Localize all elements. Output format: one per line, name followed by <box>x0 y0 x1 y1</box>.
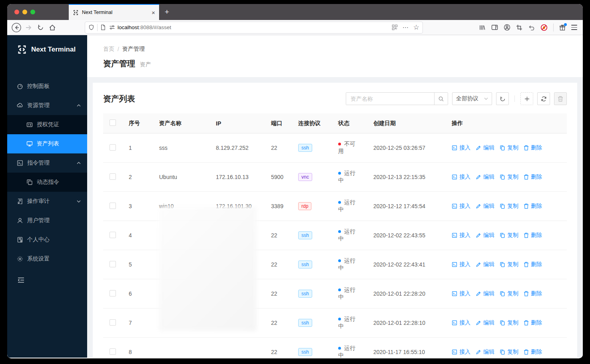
url-bar[interactable]: localhost:8088/#/asset ⋯ ☆ <box>85 22 423 34</box>
copy-link[interactable]: 复制 <box>500 203 518 210</box>
account-icon[interactable] <box>504 24 510 31</box>
delete-link[interactable]: 删除 <box>524 290 542 297</box>
connect-link[interactable]: 接入 <box>452 290 470 297</box>
reload-button[interactable] <box>34 22 46 34</box>
refresh-button[interactable] <box>537 92 550 105</box>
delete-link[interactable]: 删除 <box>524 319 542 326</box>
edit-link[interactable]: 编辑 <box>476 232 494 239</box>
row-checkbox[interactable] <box>110 348 116 355</box>
sidebar-item-dynamic-commands[interactable]: 动态指令 <box>7 173 87 192</box>
edit-link[interactable]: 编辑 <box>476 319 494 326</box>
batch-delete-button[interactable] <box>554 92 567 105</box>
row-checkbox[interactable] <box>110 203 116 209</box>
forward-button[interactable] <box>22 22 34 34</box>
new-tab-button[interactable]: + <box>159 4 175 20</box>
bookmark-star-icon[interactable]: ☆ <box>413 24 419 31</box>
status-dot <box>338 259 341 262</box>
sidebar-item-asset-list[interactable]: 资产列表 <box>7 134 87 153</box>
row-checkbox[interactable] <box>110 232 116 238</box>
page-actions-icon[interactable]: ⋯ <box>403 24 409 30</box>
cell-ip <box>209 338 265 358</box>
connect-link[interactable]: 接入 <box>452 144 470 151</box>
back-button[interactable] <box>10 22 22 34</box>
undo-arrow-icon[interactable] <box>528 24 535 30</box>
card-title: 资产列表 <box>103 93 135 104</box>
qr-scan-icon[interactable] <box>392 24 398 30</box>
cell-port: 22 <box>265 133 292 163</box>
row-checkbox[interactable] <box>110 319 116 326</box>
url-text[interactable]: localhost:8088/#/asset <box>118 24 392 30</box>
edit-link[interactable]: 编辑 <box>476 144 494 151</box>
copy-link[interactable]: 复制 <box>500 319 518 326</box>
reset-button[interactable] <box>496 92 509 105</box>
copy-link[interactable]: 复制 <box>500 348 518 356</box>
sidebar-item-commands[interactable]: 指令管理 <box>7 153 87 173</box>
edit-link[interactable]: 编辑 <box>476 173 494 181</box>
edit-link[interactable]: 编辑 <box>476 203 494 210</box>
row-checkbox[interactable] <box>110 144 116 151</box>
close-window-button[interactable] <box>14 10 19 14</box>
connect-link[interactable]: 接入 <box>452 348 470 356</box>
search-input[interactable] <box>346 93 434 105</box>
connect-link[interactable]: 接入 <box>452 203 470 210</box>
delete-link[interactable]: 删除 <box>524 261 542 268</box>
delete-link[interactable]: 删除 <box>524 232 542 239</box>
edit-link[interactable]: 编辑 <box>476 261 494 268</box>
copy-link[interactable]: 复制 <box>500 290 518 297</box>
edit-link[interactable]: 编辑 <box>476 290 494 297</box>
sync-icon <box>541 96 547 102</box>
col-created: 创建日期 <box>367 113 445 133</box>
zoom-window-button[interactable] <box>30 10 35 14</box>
edit-link[interactable]: 编辑 <box>476 348 494 356</box>
sidebar-item-audit[interactable]: 操作审计 <box>7 192 87 211</box>
screenshot-crop-icon[interactable] <box>516 24 522 31</box>
cell-ip <box>209 250 265 279</box>
sidebar-toggle-icon[interactable] <box>491 24 498 30</box>
browser-tab[interactable]: Next Terminal × <box>69 4 159 20</box>
sidebar-item-credentials[interactable]: 授权凭证 <box>7 115 87 134</box>
copy-link[interactable]: 复制 <box>500 173 518 181</box>
sidebar-item-profile[interactable]: 个人中心 <box>7 230 87 249</box>
protocol-select[interactable]: 全部协议 <box>452 92 492 105</box>
delete-link[interactable]: 删除 <box>524 144 542 151</box>
menu-fold-icon[interactable] <box>18 277 87 283</box>
copy-link[interactable]: 复制 <box>500 261 518 268</box>
add-asset-button[interactable] <box>520 92 533 105</box>
permissions-icon[interactable] <box>109 25 115 30</box>
sidebar-item-resources[interactable]: 资源管理 <box>7 96 87 115</box>
profile-icon <box>17 237 23 243</box>
connect-link[interactable]: 接入 <box>452 319 470 326</box>
cell-ip: 172.16.101.30 <box>209 192 265 221</box>
delete-link[interactable]: 删除 <box>524 173 542 181</box>
edit-icon <box>476 320 481 326</box>
sidebar-item-dashboard[interactable]: 控制面板 <box>7 77 87 96</box>
shield-icon[interactable] <box>88 24 94 30</box>
connect-link[interactable]: 接入 <box>452 232 470 239</box>
copy-link[interactable]: 复制 <box>500 144 518 151</box>
minimize-window-button[interactable] <box>22 10 27 14</box>
blocker-extension-icon[interactable] <box>540 24 548 31</box>
edit-icon <box>476 233 481 238</box>
select-all-checkbox[interactable] <box>110 119 116 126</box>
sidebar-item-label: 授权凭证 <box>37 121 81 128</box>
row-checkbox[interactable] <box>110 173 116 180</box>
whats-new-gift-icon[interactable] <box>559 24 566 31</box>
menu-hamburger-icon[interactable] <box>571 25 577 30</box>
row-checkbox[interactable] <box>110 290 116 296</box>
search-button[interactable] <box>434 93 448 105</box>
sidebar-item-users[interactable]: 用户管理 <box>7 211 87 230</box>
library-icon[interactable] <box>479 24 486 31</box>
breadcrumb-home[interactable]: 首页 <box>103 46 114 53</box>
delete-link[interactable]: 删除 <box>524 203 542 210</box>
delete-link[interactable]: 删除 <box>524 348 542 356</box>
trash-icon <box>524 233 529 238</box>
connect-link[interactable]: 接入 <box>452 173 470 181</box>
sidebar-item-settings[interactable]: 系统设置 <box>7 249 87 269</box>
connect-link[interactable]: 接入 <box>452 261 470 268</box>
tab-close-icon[interactable]: × <box>151 10 155 16</box>
home-button[interactable] <box>46 22 58 34</box>
row-checkbox[interactable] <box>110 261 116 267</box>
page-info-icon[interactable] <box>100 24 106 30</box>
table-row: 8 22 ssh 运行中 2020-11-17 16:55:10 接入 编辑 <box>103 338 567 358</box>
copy-link[interactable]: 复制 <box>500 232 518 239</box>
